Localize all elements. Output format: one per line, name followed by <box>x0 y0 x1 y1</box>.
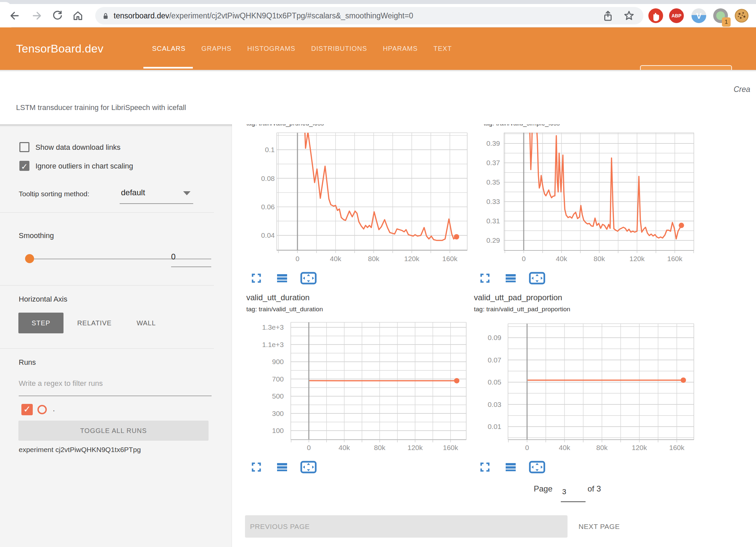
run-series <box>527 124 684 239</box>
tab-histograms[interactable]: HISTOGRAMS <box>247 27 295 70</box>
next-page-button[interactable]: NEXT PAGE <box>573 515 626 538</box>
chart-plot-svg[interactable]: 0.040.060.080.1040k80k120k160k <box>234 124 472 271</box>
chart-action-row <box>479 460 545 474</box>
browser-tab-strip <box>0 0 756 4</box>
abp-icon[interactable]: ABP <box>669 8 684 23</box>
app-header: TensorBoard.dev SCALARS GRAPHS HISTOGRAM… <box>0 27 756 70</box>
page-label: Page <box>534 484 552 494</box>
page-of-label: of 3 <box>588 484 601 494</box>
smoothing-value-underline <box>171 266 211 267</box>
ignore-outliers-checkbox[interactable]: ✓ <box>19 161 29 171</box>
tab-hparams[interactable]: HPARAMS <box>383 27 417 70</box>
show-download-label: Show data download links <box>35 143 120 152</box>
checkmark-icon: ✓ <box>21 162 28 171</box>
fullscreen-icon[interactable] <box>479 271 496 285</box>
y-tick-label: 0.33 <box>486 198 500 205</box>
fit-domain-icon[interactable] <box>300 271 317 285</box>
y-tick-label: 300 <box>272 410 284 417</box>
axis-relative-button[interactable]: RELATIVE <box>70 313 119 333</box>
last-point-dot[interactable] <box>454 378 460 384</box>
browser-chrome: tensorboard.dev/experiment/cj2vtPiwQHKN9… <box>0 0 756 27</box>
axis-wall-button[interactable]: WALL <box>125 313 167 333</box>
runs-filter-input[interactable] <box>19 377 212 390</box>
x-tick-label: 80k <box>594 255 605 262</box>
tab-scalars[interactable]: SCALARS <box>152 27 185 70</box>
sidebar-top-shadow <box>0 124 232 127</box>
fullscreen-icon[interactable] <box>479 460 496 474</box>
forward-icon[interactable] <box>31 10 43 21</box>
show-download-checkbox[interactable] <box>19 142 29 152</box>
experiment-info-bar: Crea LSTM transducer training for LibriS… <box>0 70 756 124</box>
url-text[interactable]: tensorboard.dev/experiment/cj2vtPiwQHKN9… <box>114 7 413 24</box>
last-point-dot[interactable] <box>679 223 684 228</box>
y-tick-label: 900 <box>272 358 284 365</box>
data-table-icon[interactable] <box>275 460 292 474</box>
x-tick-label: 120k <box>629 255 645 262</box>
fit-domain-icon[interactable] <box>529 271 545 285</box>
y-tick-label: 1.3e+3 <box>262 323 284 331</box>
x-tick-label: 120k <box>407 444 423 451</box>
y-tick-label: 0.31 <box>486 217 500 225</box>
v-extension-icon[interactable]: V <box>691 8 706 23</box>
adblock-hand-icon[interactable] <box>648 8 663 23</box>
last-point-dot[interactable] <box>681 377 686 383</box>
smoothing-value-input[interactable] <box>171 252 211 261</box>
fullscreen-icon[interactable] <box>251 271 267 285</box>
tab-text[interactable]: TEXT <box>433 27 452 70</box>
fullscreen-icon[interactable] <box>251 460 267 474</box>
y-tick-label: 0.04 <box>261 231 275 239</box>
runs-filter-underline <box>19 396 212 396</box>
run-color-swatch[interactable] <box>37 405 47 414</box>
checkmark-icon: ✓ <box>23 404 31 414</box>
last-point-dot[interactable] <box>454 234 459 239</box>
tab-graphs[interactable]: GRAPHS <box>201 27 231 70</box>
x-tick-label: 80k <box>368 255 379 262</box>
url-path: /experiment/cj2vtPiwQHKN9Q1tx6PTpg/#scal… <box>169 11 413 20</box>
x-tick-label: 160k <box>669 444 684 451</box>
extension-badge: 1 <box>722 17 731 27</box>
previous-page-button[interactable]: PREVIOUS PAGE <box>245 515 568 538</box>
fit-domain-icon[interactable] <box>529 460 545 474</box>
chart-tag: tag: train/valid_utt_duration <box>246 306 323 313</box>
y-tick-label: 700 <box>272 375 284 383</box>
header-shadow <box>0 70 756 72</box>
chevron-down-icon[interactable] <box>183 191 191 195</box>
back-icon[interactable] <box>9 10 20 21</box>
home-icon[interactable] <box>72 10 84 21</box>
y-tick-label: 0.29 <box>486 236 500 244</box>
tab-distributions[interactable]: DISTRIBUTIONS <box>311 27 367 70</box>
data-table-icon[interactable] <box>504 271 521 285</box>
y-tick-label: 0.39 <box>486 139 500 147</box>
x-tick-label: 120k <box>404 255 419 262</box>
x-tick-label: 40k <box>330 255 341 262</box>
chart-plot-svg[interactable]: 0.010.030.050.070.09040k80k120k160k <box>471 318 705 461</box>
ignore-outliers-label: Ignore outliers in chart scaling <box>35 162 133 171</box>
share-icon[interactable] <box>602 9 614 23</box>
chart-plot-svg[interactable]: 1003005007009001.1e+31.3e+3040k80k120k16… <box>234 318 472 461</box>
page-number-input[interactable] <box>559 487 583 496</box>
y-tick-label: 0.01 <box>488 423 501 430</box>
horizontal-axis-label: Horizontal Axis <box>19 295 68 304</box>
y-tick-label: 0.07 <box>488 356 501 364</box>
cookie-icon[interactable] <box>734 8 749 23</box>
run-checkbox[interactable]: ✓ <box>21 404 33 415</box>
active-tab-underline <box>143 67 193 69</box>
app-title: TensorBoard.dev <box>16 27 104 70</box>
data-table-icon[interactable] <box>504 460 521 474</box>
chart-plot-svg[interactable]: 0.290.310.330.350.370.39040k80k120k160k <box>471 124 705 271</box>
y-tick-label: 100 <box>272 427 284 434</box>
divider <box>0 348 214 349</box>
data-table-icon[interactable] <box>275 271 292 285</box>
reload-icon[interactable] <box>52 10 63 21</box>
fit-domain-icon[interactable] <box>300 460 317 474</box>
x-tick-label: 0 <box>525 444 529 451</box>
toggle-all-runs-button[interactable]: TOGGLE ALL RUNS <box>18 421 209 441</box>
axis-step-button[interactable]: STEP <box>18 313 64 333</box>
created-text-clipped: Crea <box>734 85 756 96</box>
y-tick-label: 0.06 <box>261 203 275 211</box>
tooltip-sorting-select[interactable]: default <box>121 188 145 197</box>
y-tick-label: 0.08 <box>261 175 275 182</box>
smoothing-slider-knob[interactable] <box>25 254 34 263</box>
page-input-underline <box>561 501 586 502</box>
bookmark-star-icon[interactable] <box>622 9 636 23</box>
